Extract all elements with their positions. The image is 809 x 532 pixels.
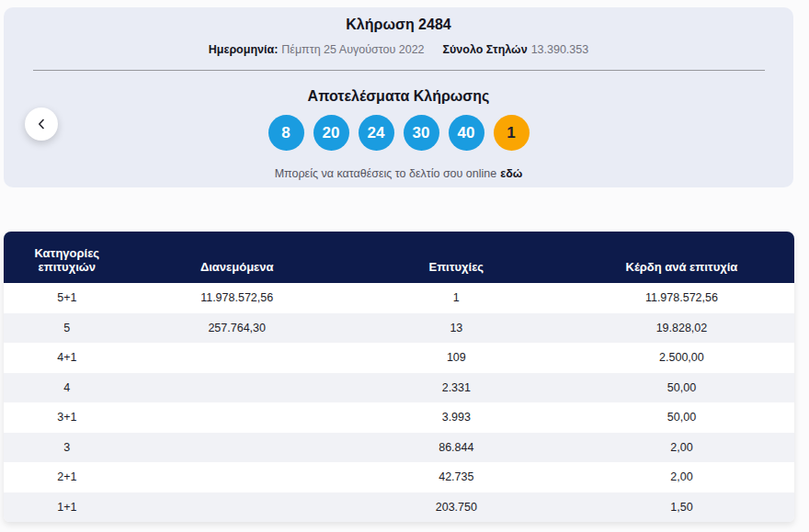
draw-date-label: Ημερομηνία: — [209, 43, 279, 56]
cell-prize: 2,00 — [569, 462, 794, 492]
number-ball: 40 — [449, 115, 484, 151]
cell-winners: 86.844 — [344, 433, 569, 463]
cell-winners: 2.331 — [344, 373, 569, 403]
cell-prize: 2.500,00 — [569, 343, 794, 373]
cell-distributed — [131, 433, 344, 463]
cell-category: 1+1 — [4, 492, 131, 523]
table-row: 4 2.331 50,00 — [4, 373, 794, 403]
payout-table-header: Κατηγορίες επιτυχιών Διανεμόμενα Επιτυχί… — [4, 232, 794, 283]
draw-meta: Ημερομηνία:Πέμπτη 25 Αυγούστου 2022 Σύνο… — [4, 43, 793, 56]
cell-prize: 19.828,02 — [569, 313, 794, 344]
chevron-left-icon — [37, 119, 47, 130]
table-row: 5 257.764,30 13 19.828,02 — [4, 313, 794, 344]
cell-distributed: 11.978.572,56 — [131, 283, 344, 313]
cell-winners: 42.735 — [344, 462, 569, 492]
cell-prize: 11.978.572,56 — [569, 283, 794, 313]
tzoker-ball: 1 — [494, 115, 530, 151]
cell-winners: 1 — [344, 283, 569, 313]
number-ball: 20 — [313, 115, 349, 151]
cell-prize: 2,00 — [569, 433, 794, 463]
cell-distributed — [131, 343, 344, 373]
online-bet-text: Μπορείς να καταθέσεις το δελτίο σου onli… — [4, 167, 793, 180]
number-ball: 30 — [404, 115, 439, 151]
table-row: 4+1 109 2.500,00 — [4, 343, 794, 373]
online-bet-link[interactable]: εδώ — [500, 167, 522, 180]
number-ball: 8 — [268, 115, 304, 151]
cell-category: 2+1 — [4, 462, 131, 492]
column-header-prize: Κέρδη ανά επιτυχία — [569, 232, 794, 283]
card-divider — [33, 70, 765, 71]
cell-category: 4+1 — [4, 343, 131, 373]
table-row: 3+1 3.993 50,00 — [4, 402, 794, 433]
total-columns-label: Σύνολο Στηλών — [443, 43, 528, 56]
cell-distributed — [131, 462, 344, 492]
cell-distributed — [131, 492, 344, 523]
table-row: 2+1 42.735 2,00 — [4, 462, 794, 492]
draw-card: Κλήρωση 2484 Ημερομηνία:Πέμπτη 25 Αυγούσ… — [4, 7, 793, 187]
cell-distributed — [131, 373, 344, 403]
cell-category: 3+1 — [4, 402, 131, 433]
draw-title: Κλήρωση 2484 — [4, 7, 793, 33]
table-row: 1+1 203.750 1,50 — [4, 492, 794, 523]
cell-category: 5+1 — [4, 283, 131, 313]
previous-draw-button[interactable] — [25, 108, 58, 141]
cell-winners: 109 — [344, 343, 569, 373]
cell-category: 4 — [4, 373, 131, 403]
column-header-categories: Κατηγορίες επιτυχιών — [4, 232, 131, 283]
number-ball: 24 — [359, 115, 394, 151]
results-title: Αποτελέσματα Κλήρωσης — [4, 88, 793, 105]
cell-prize: 1,50 — [569, 492, 794, 523]
cell-category: 3 — [4, 433, 131, 463]
cell-winners: 13 — [344, 313, 569, 344]
cell-winners: 3.993 — [344, 402, 569, 433]
winning-numbers: 8 20 24 30 40 1 — [4, 115, 793, 151]
online-bet-text-label: Μπορείς να καταθέσεις το δελτίο σου onli… — [275, 167, 497, 180]
cell-prize: 50,00 — [569, 373, 794, 403]
cell-winners: 203.750 — [344, 492, 569, 523]
cell-distributed: 257.764,30 — [131, 313, 344, 344]
table-row: 3 86.844 2,00 — [4, 433, 794, 463]
draw-date: Ημερομηνία:Πέμπτη 25 Αυγούστου 2022 — [209, 43, 425, 56]
column-header-winners: Επιτυχίες — [344, 232, 569, 283]
draw-date-value: Πέμπτη 25 Αυγούστου 2022 — [281, 43, 424, 56]
table-row: 5+1 11.978.572,56 1 11.978.572,56 — [4, 283, 794, 313]
total-columns-value: 13.390.353 — [531, 43, 589, 56]
total-columns: Σύνολο Στηλών13.390.353 — [443, 43, 589, 56]
cell-prize: 50,00 — [569, 402, 794, 433]
payout-table: Κατηγορίες επιτυχιών Διανεμόμενα Επιτυχί… — [4, 232, 794, 522]
column-header-distributed: Διανεμόμενα — [131, 232, 344, 283]
cell-distributed — [131, 402, 344, 433]
cell-category: 5 — [4, 313, 131, 344]
